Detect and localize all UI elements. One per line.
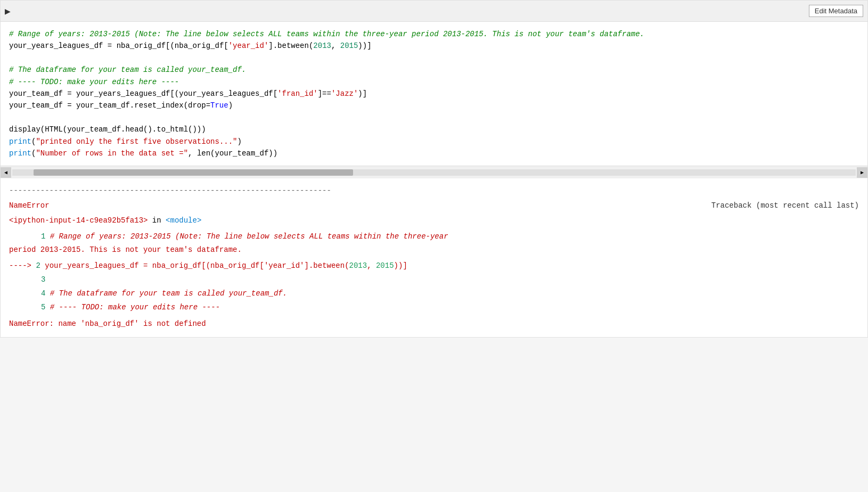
output-area: ----------------------------------------… (1, 178, 867, 337)
traceback-line-1-cont: period 2013-2015. This is not your team'… (9, 244, 859, 257)
traceback-line-5: 5 # ---- TODO: make your edits here ---- (41, 301, 859, 314)
scroll-left-button[interactable]: ◀ (1, 167, 11, 178)
scrollbar-track[interactable] (12, 169, 856, 176)
code-line-2: your_years_leagues_df = nba_orig_df[(nba… (9, 40, 859, 52)
module-reference: <module> (166, 216, 201, 225)
scrollbar-thumb[interactable] (34, 169, 353, 176)
traceback-line-1: 1 # Range of years: 2013-2015 (Note: The… (41, 231, 859, 243)
line-1-continuation: period 2013-2015. This is not your team'… (9, 245, 242, 254)
cell-toolbar: ▶ Edit Metadata (1, 1, 867, 22)
traceback-line-3: 3 (41, 274, 859, 286)
line-num-4: 4 (41, 289, 45, 298)
separator-line: ----------------------------------------… (9, 185, 859, 198)
line-2-code: your_years_leagues_df = nba_orig_df[(nba… (45, 261, 407, 270)
code-line-blank1 (9, 52, 859, 64)
code-area: # Range of years: 2013-2015 (Note: The l… (1, 22, 867, 166)
traceback-comment-1: # Range of years: 2013-2015 (Note: The l… (50, 232, 448, 241)
code-line-9: print("Number of rows in the data set ="… (9, 147, 859, 159)
line-num-1: 1 (41, 232, 45, 241)
error-header: NameError Traceback (most recent call la… (9, 200, 859, 212)
traceback-line-4: 4 # The dataframe for your team is calle… (41, 288, 859, 300)
horizontal-scrollbar[interactable]: ◀ ▶ (1, 166, 867, 178)
error-file-ref: <ipython-input-14-c9ea92b5fa13> in <modu… (9, 215, 859, 227)
code-line-4: # ---- TODO: make your edits here ---- (9, 76, 859, 88)
code-line-3: # The dataframe for your team is called … (9, 64, 859, 76)
code-line-8: print("printed only the first five obser… (9, 136, 859, 147)
code-line-5: your_team_df = your_years_leagues_df[(yo… (9, 88, 859, 100)
file-reference: <ipython-input-14-c9ea92b5fa13> (9, 216, 148, 225)
code-line-6: your_team_df = your_team_df.reset_index(… (9, 100, 859, 111)
edit-metadata-button[interactable]: Edit Metadata (809, 5, 863, 17)
notebook-cell: ▶ Edit Metadata # Range of years: 2013-2… (0, 0, 868, 338)
code-line-7: display(HTML(your_team_df.head().to_html… (9, 124, 859, 135)
traceback-arrow-line: ----> 2 your_years_leagues_df = nba_orig… (9, 260, 859, 273)
run-icon[interactable]: ▶ (5, 5, 11, 17)
in-label: in (152, 216, 166, 225)
line-num-5: 5 (41, 303, 45, 311)
final-error-message: NameError: name 'nba_orig_df' is not def… (9, 318, 859, 331)
scroll-right-button[interactable]: ▶ (857, 167, 867, 178)
toolbar-left: ▶ (5, 5, 11, 17)
traceback-comment-4: # The dataframe for your team is called … (50, 289, 287, 298)
code-line-1: # Range of years: 2013-2015 (Note: The l… (9, 28, 859, 40)
traceback-label: Traceback (most recent call last) (711, 200, 859, 212)
arrow-indicator: ----> (9, 261, 31, 270)
error-type: NameError (9, 200, 50, 212)
code-line-blank2 (9, 112, 859, 124)
line-num-3: 3 (41, 275, 45, 284)
traceback-comment-5: # ---- TODO: make your edits here ---- (50, 303, 220, 311)
line-num-2: 2 (36, 261, 45, 270)
code-scroll-container[interactable]: # Range of years: 2013-2015 (Note: The l… (9, 28, 859, 159)
